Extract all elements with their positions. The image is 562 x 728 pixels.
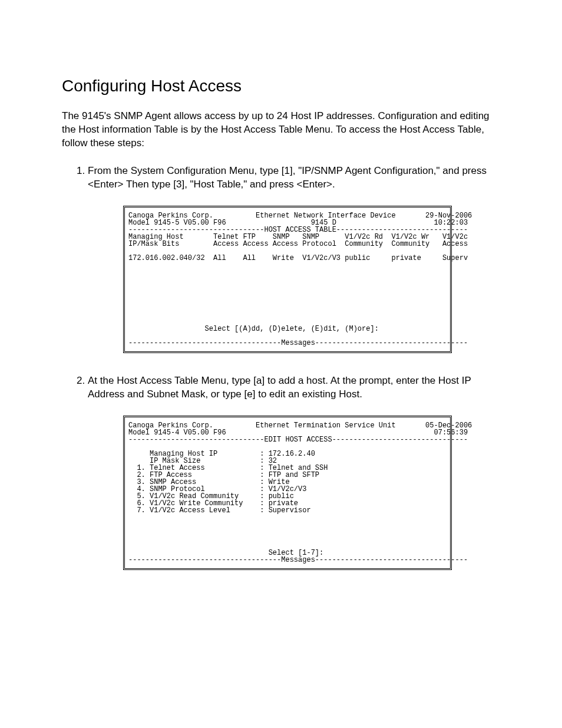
step-1-text: From the System Configuration Menu, type… <box>88 165 487 190</box>
step-2: At the Host Access Table Menu, type [a] … <box>88 374 500 570</box>
intro-paragraph: The 9145's SNMP Agent allows access by u… <box>62 110 500 150</box>
step-2-text: At the Host Access Table Menu, type [a] … <box>88 375 471 400</box>
page-title: Configuring Host Access <box>62 77 500 95</box>
document-page: Configuring Host Access The 9145's SNMP … <box>0 0 562 728</box>
terminal-screen-edit-host-access: Canoga Perkins Corp. Ethernet Terminatio… <box>123 416 452 570</box>
step-1: From the System Configuration Menu, type… <box>88 164 500 353</box>
terminal-screen-host-access-table: Canoga Perkins Corp. Ethernet Network In… <box>123 206 452 353</box>
steps-list: From the System Configuration Menu, type… <box>76 164 500 570</box>
